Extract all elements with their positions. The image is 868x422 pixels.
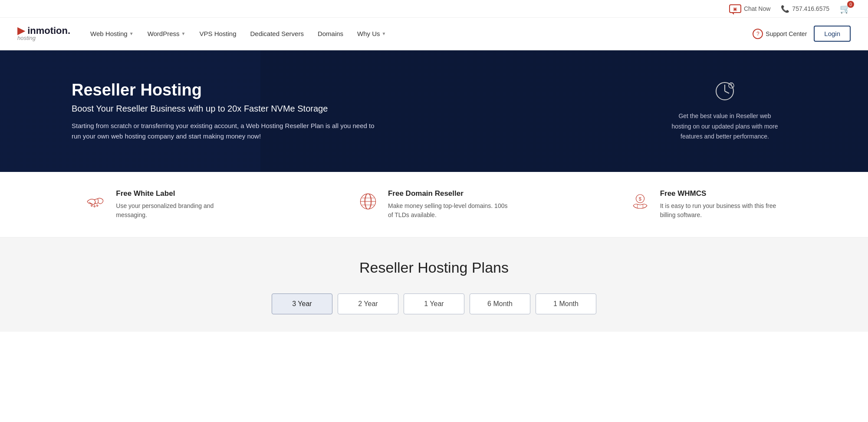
feature-domain-reseller: Free Domain Reseller Make money selling … (356, 189, 512, 220)
nav-web-hosting[interactable]: Web Hosting ▼ (83, 18, 141, 49)
features-strip: Free White Label Use your personalized b… (0, 172, 868, 237)
cart-badge: 0 (847, 1, 854, 8)
feature-title: Free Domain Reseller (388, 189, 512, 198)
clock-icon (668, 80, 781, 106)
feature-whmcs-text: Free WHMCS It is easy to run your busine… (660, 189, 784, 220)
feature-title: Free WHMCS (660, 189, 784, 198)
svg-text:$: $ (638, 196, 641, 201)
chevron-down-icon: ▼ (129, 31, 134, 36)
support-label: Support Center (766, 30, 807, 37)
nav-right: ? Support Center Login (753, 26, 851, 42)
hero-right-description: Get the best value in Reseller web hosti… (668, 111, 781, 142)
feature-domain-reseller-text: Free Domain Reseller Make money selling … (388, 189, 512, 220)
nav-dedicated-servers[interactable]: Dedicated Servers (243, 18, 311, 49)
phone-number: 757.416.6575 (792, 5, 829, 12)
svg-point-8 (94, 206, 95, 207)
hero-description: Starting from scratch or transferring yo… (72, 121, 375, 142)
hero-content-area: Reseller Hosting Boost Your Reseller Bus… (0, 50, 868, 172)
chevron-down-icon: ▼ (382, 31, 386, 36)
plans-tabs: 3 Year 2 Year 1 Year 6 Month 1 Month (17, 293, 851, 314)
feature-desc: Make money selling top-level domains. 10… (388, 201, 512, 220)
plans-title: Reseller Hosting Plans (17, 259, 851, 276)
hero-title: Reseller Hosting (72, 81, 375, 99)
chat-label: Chat Now (744, 5, 770, 12)
phone-button[interactable]: 📞 757.416.6575 (781, 5, 829, 13)
support-icon: ? (753, 29, 763, 39)
hero-text-block: Reseller Hosting Boost Your Reseller Bus… (72, 81, 375, 142)
chat-now-button[interactable]: ▣ Chat Now (729, 4, 770, 13)
plan-tab-1year[interactable]: 1 Year (404, 293, 464, 314)
hero-subtitle: Boost Your Reseller Business with up to … (72, 104, 375, 114)
feature-white-label-text: Free White Label Use your personalized b… (116, 189, 240, 220)
nav-items: Web Hosting ▼ WordPress ▼ VPS Hosting De… (83, 18, 753, 49)
support-center-link[interactable]: ? Support Center (753, 29, 807, 39)
svg-point-7 (91, 205, 92, 206)
login-button[interactable]: Login (814, 26, 851, 42)
nav-domains[interactable]: Domains (311, 18, 350, 49)
chat-icon: ▣ (729, 4, 741, 13)
feature-title: Free White Label (116, 189, 240, 198)
nav-why-us[interactable]: Why Us ▼ (350, 18, 393, 49)
feature-desc: It is easy to run your business with thi… (660, 201, 784, 220)
feature-whmcs: $ Free WHMCS It is easy to run your busi… (628, 189, 784, 220)
phone-icon: 📞 (781, 5, 789, 13)
hero-section: Reseller Hosting Boost Your Reseller Bus… (0, 50, 868, 172)
plan-tab-3year[interactable]: 3 Year (272, 293, 332, 314)
svg-point-9 (97, 205, 98, 206)
hero-value-prop: Get the best value in Reseller web hosti… (668, 80, 781, 142)
chevron-down-icon: ▼ (181, 31, 186, 36)
dollar-hand-icon: $ (628, 189, 652, 214)
nav-vps-hosting[interactable]: VPS Hosting (192, 18, 243, 49)
feature-white-label: Free White Label Use your personalized b… (84, 189, 240, 220)
plan-tab-2year[interactable]: 2 Year (338, 293, 398, 314)
feature-desc: Use your personalized branding and messa… (116, 201, 240, 220)
svg-line-2 (725, 91, 729, 93)
logo[interactable]: ▶ inmotion. hosting (17, 21, 70, 46)
main-nav: ▶ inmotion. hosting Web Hosting ▼ WordPr… (0, 18, 868, 50)
svg-line-5 (731, 86, 733, 87)
top-bar: ▣ Chat Now 📞 757.416.6575 🛒 0 (0, 0, 868, 18)
cart-button[interactable]: 🛒 0 (840, 3, 851, 14)
plan-tab-1month[interactable]: 1 Month (536, 293, 596, 314)
handshake-icon (84, 189, 108, 214)
plan-tab-6month[interactable]: 6 Month (470, 293, 530, 314)
globe-icon (356, 189, 380, 214)
nav-wordpress[interactable]: WordPress ▼ (141, 18, 193, 49)
plans-section: Reseller Hosting Plans 3 Year 2 Year 1 Y… (0, 237, 868, 332)
